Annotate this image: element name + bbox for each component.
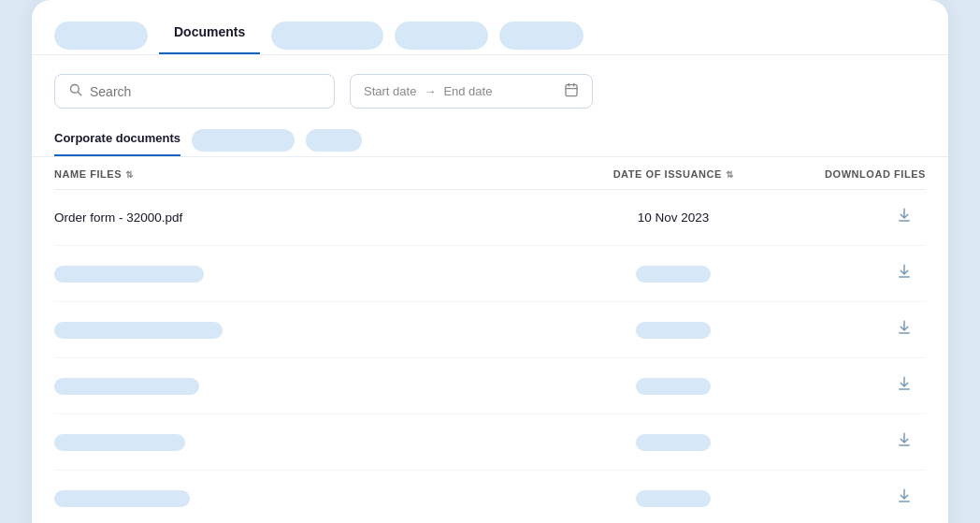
table-row bbox=[54, 358, 926, 414]
skeleton-name bbox=[54, 378, 199, 395]
tab-pill-2[interactable] bbox=[271, 22, 383, 50]
download-button[interactable] bbox=[892, 259, 916, 288]
cell-date bbox=[570, 378, 776, 395]
skeleton-date bbox=[636, 434, 711, 451]
cell-date: 10 Nov 2023 bbox=[570, 211, 776, 225]
download-button[interactable] bbox=[892, 371, 916, 400]
sub-tab-corporate[interactable]: Corporate documents bbox=[54, 123, 180, 156]
tabs-row: Documents bbox=[32, 0, 948, 55]
skeleton-name bbox=[54, 434, 185, 451]
skeleton-name bbox=[54, 266, 204, 283]
sub-tab-pill-2[interactable] bbox=[306, 129, 362, 152]
cell-date bbox=[570, 490, 776, 507]
table-row bbox=[54, 302, 926, 358]
download-button[interactable] bbox=[892, 484, 916, 513]
skeleton-date bbox=[636, 266, 711, 283]
cell-download bbox=[776, 484, 926, 513]
calendar-icon[interactable] bbox=[564, 82, 579, 100]
cell-date bbox=[570, 266, 776, 283]
search-icon bbox=[68, 82, 82, 100]
main-card: Documents Start date → End date bbox=[32, 0, 948, 523]
cell-download bbox=[776, 428, 926, 457]
cell-download bbox=[776, 315, 926, 344]
search-row: Start date → End date bbox=[32, 55, 948, 123]
download-button[interactable] bbox=[892, 203, 916, 232]
skeleton-date bbox=[636, 322, 711, 339]
sub-tabs-row: Corporate documents bbox=[32, 123, 948, 157]
table-header: NAME FILES ⇅ DATE OF ISSUANCE ⇅ DOWNLOAD… bbox=[54, 157, 926, 190]
cell-download bbox=[776, 371, 926, 400]
date-range-box[interactable]: Start date → End date bbox=[350, 74, 593, 109]
svg-line-1 bbox=[78, 92, 80, 94]
table-row: Order form - 32000.pdf 10 Nov 2023 bbox=[54, 190, 926, 246]
start-date-label: Start date bbox=[364, 84, 416, 98]
date-arrow-icon: → bbox=[424, 84, 436, 98]
table-container: NAME FILES ⇅ DATE OF ISSUANCE ⇅ DOWNLOAD… bbox=[32, 157, 948, 523]
table-row bbox=[54, 471, 926, 523]
search-box bbox=[54, 74, 335, 109]
sort-date-icon[interactable]: ⇅ bbox=[726, 169, 734, 180]
download-button[interactable] bbox=[892, 315, 916, 344]
cell-download bbox=[776, 259, 926, 288]
table-row bbox=[54, 246, 926, 302]
tab-pill-4[interactable] bbox=[499, 22, 584, 50]
end-date-label: End date bbox=[443, 84, 492, 98]
tab-documents[interactable]: Documents bbox=[159, 17, 260, 54]
skeleton-name bbox=[54, 490, 190, 507]
sort-name-icon[interactable]: ⇅ bbox=[125, 169, 134, 180]
download-button[interactable] bbox=[892, 428, 916, 457]
header-date: DATE OF ISSUANCE ⇅ bbox=[570, 168, 776, 180]
header-download: DOWNLOAD FILES bbox=[776, 168, 926, 180]
tab-pill-1[interactable] bbox=[54, 22, 148, 50]
search-input[interactable] bbox=[90, 84, 321, 99]
sub-tab-pill-1[interactable] bbox=[192, 129, 295, 152]
skeleton-date bbox=[636, 378, 711, 395]
table-row bbox=[54, 414, 926, 471]
cell-filename: Order form - 32000.pdf bbox=[54, 211, 570, 225]
skeleton-date bbox=[636, 490, 711, 507]
header-name: NAME FILES ⇅ bbox=[54, 168, 570, 180]
cell-date bbox=[570, 434, 776, 451]
cell-date bbox=[570, 322, 776, 339]
tab-pill-3[interactable] bbox=[395, 22, 488, 50]
skeleton-name bbox=[54, 322, 223, 339]
svg-rect-2 bbox=[566, 85, 577, 96]
cell-download bbox=[776, 203, 926, 232]
